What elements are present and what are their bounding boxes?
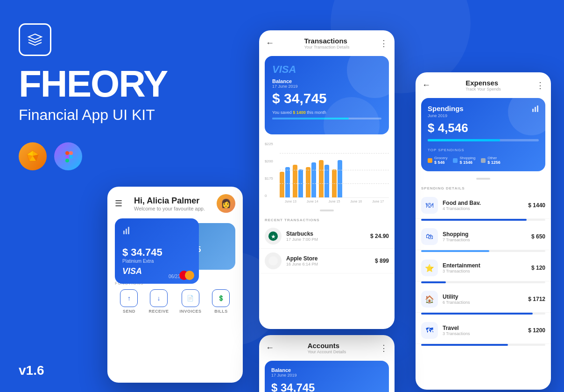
accounts-card: Balance 17 June 2019 $ 34,745	[265, 361, 389, 392]
invoices-function[interactable]: 📄 INVOICES	[179, 289, 201, 314]
accounts-header: ← Accounts Your Account Details ⋮	[259, 335, 395, 357]
entertainment-icon: ⭐	[421, 259, 438, 276]
sketch-icon	[19, 142, 47, 170]
transaction-starbucks[interactable]: ★ Starbucks 17 June 7:00 PM $ 24.90	[259, 224, 395, 249]
phone2-transactions: ← Transactions Your Transaction Details …	[259, 30, 395, 329]
phone3-expenses: ← Expenses Track Your Spends ⋮ Spendings…	[416, 72, 551, 390]
top-spendings-label: TOP SPENDINGS	[428, 148, 539, 152]
brand-subtitle: Financial App UI KIT	[19, 106, 215, 124]
functions-row: ↑ SEND ↓ RECEIVE 📄 INVOICES 💲 BILLS	[115, 289, 235, 314]
card1-amount: $ 34.745	[122, 246, 191, 259]
avatar: 👩	[217, 194, 235, 213]
shopping-name: Shopping	[443, 231, 531, 238]
back-arrow-icon[interactable]: ←	[266, 38, 274, 48]
other-tag: Other $ 1256	[481, 156, 501, 165]
shopping-tag: Shopping $ 1546	[453, 156, 475, 165]
logo-box	[19, 23, 51, 56]
entertainment-txcount: 3 Transactions	[443, 269, 531, 273]
top-spendings-row: Grocery $ 546 Shopping $ 1546 Other $ 12…	[428, 156, 539, 165]
accounts-title: Accounts	[308, 342, 346, 350]
starbucks-icon: ★	[265, 228, 282, 245]
brand-name: FHEORY	[19, 65, 215, 103]
spendings-amount: $ 4,546	[428, 121, 539, 135]
travel-icon: 🗺	[421, 322, 438, 339]
svg-rect-6	[65, 151, 69, 155]
travel-amount: $ 1200	[528, 327, 545, 334]
apple-amount: $ 899	[375, 258, 389, 264]
greeting-name: Hi, Alicia Palmer	[134, 196, 205, 206]
svg-rect-9	[69, 151, 73, 155]
svg-rect-8	[65, 159, 69, 162]
chart-icon	[531, 105, 540, 115]
entertainment-amount: $ 120	[531, 265, 545, 271]
card1-expiry: 06/23	[169, 274, 180, 279]
detail-shopping[interactable]: 🛍 Shopping 7 Transactions $ 650	[416, 224, 551, 250]
transactions-header: ← Transactions Your Transaction Details …	[259, 30, 395, 52]
transaction-apple[interactable]: Apple Store 16 June 6:14 PM $ 899	[259, 249, 395, 273]
hamburger-icon[interactable]: ☰	[115, 198, 122, 209]
spendings-date: June 2019	[428, 113, 539, 118]
chart-area: $225 $200 $175 0	[259, 138, 395, 207]
figma-icon	[54, 142, 82, 170]
chart-x-labels: June 13 June 14 June 15 June 16 June 17	[280, 200, 389, 203]
expenses-back-icon[interactable]: ←	[422, 80, 430, 90]
utility-icon: 🏠	[421, 291, 438, 308]
svg-rect-20	[532, 109, 534, 112]
svg-rect-7	[65, 155, 69, 159]
visa-logo: VISA	[272, 63, 381, 76]
expenses-header: ← Expenses Track Your Spends ⋮	[416, 72, 551, 94]
food-name: Food and Bav.	[443, 200, 528, 206]
svg-rect-22	[537, 105, 538, 112]
transactions-title: Transactions	[304, 37, 349, 45]
accounts-more-icon[interactable]: ⋮	[380, 343, 388, 353]
detail-utility[interactable]: 🏠 Utility 6 Transactions $ 1712	[416, 286, 551, 313]
spending-details-label: SPENDING DETAILS	[416, 182, 551, 192]
accounts-back-icon[interactable]: ←	[266, 343, 274, 353]
accounts-balance-date: 17 June 2019	[271, 373, 382, 378]
expenses-more-icon[interactable]: ⋮	[536, 80, 544, 91]
send-function[interactable]: ↑ SEND	[120, 289, 138, 314]
food-txcount: 4 Transactions	[443, 206, 528, 211]
starbucks-name: Starbucks	[286, 231, 370, 237]
shopping-icon: 🛍	[421, 228, 438, 245]
tool-icons	[19, 142, 215, 170]
visa-card: VISA Balance 17 June 2019 $ 34,745 You s…	[265, 56, 389, 134]
travel-txcount: 3 Transactions	[443, 331, 528, 336]
starbucks-date: 17 June 7:00 PM	[286, 237, 370, 242]
receive-function[interactable]: ↓ RECEIVE	[148, 289, 169, 314]
spendings-card: Spendings June 2019 $ 4,546 TOP SPENDING…	[421, 98, 545, 171]
grocery-tag: Grocery $ 546	[428, 156, 447, 165]
apple-date: 16 June 6:14 PM	[286, 262, 375, 266]
svg-point-10	[69, 155, 73, 159]
shopping-txcount: 7 Transactions	[443, 238, 531, 242]
balance-label: Balance	[272, 78, 381, 84]
svg-text:★: ★	[271, 233, 276, 240]
food-icon: 🍽	[421, 197, 438, 214]
card-chart-icon	[122, 226, 132, 237]
greeting-sub: Welcome to your favourite app.	[134, 206, 205, 211]
starbucks-amount: $ 24.90	[370, 233, 389, 239]
detail-entertainment[interactable]: ⭐ Entertainment 3 Transactions $ 120	[416, 255, 551, 281]
recent-transactions-label: RECENT TRANSACTIONS	[259, 214, 395, 224]
more-options-icon[interactable]: ⋮	[380, 38, 388, 49]
transactions-subtitle: Your Transaction Details	[304, 45, 349, 49]
utility-txcount: 6 Transactions	[443, 300, 528, 305]
chart-y-labels: $225 $200 $175 0	[265, 142, 279, 198]
accounts-subtitle: Your Account Details	[308, 350, 346, 354]
card1-label: Platinium Extra	[122, 259, 191, 264]
expenses-title: Expenses	[465, 79, 501, 87]
phone1-home: ☰ Hi, Alicia Palmer Welcome to your favo…	[107, 187, 243, 383]
detail-travel[interactable]: 🗺 Travel 3 Transactions $ 1200	[416, 317, 551, 344]
food-amount: $ 1440	[528, 202, 545, 209]
expenses-subtitle: Track Your Spends	[465, 87, 501, 91]
accounts-amount: $ 34,745	[271, 381, 382, 392]
balance-date: 17 June 2019	[272, 84, 381, 89]
balance-amount: $ 34,745	[272, 91, 381, 106]
svg-rect-13	[128, 227, 129, 234]
version-text: v1.6	[19, 363, 44, 378]
utility-amount: $ 1712	[528, 296, 545, 302]
apple-icon	[265, 252, 282, 269]
detail-food[interactable]: 🍽 Food and Bav. 4 Transactions $ 1440	[416, 192, 551, 219]
bills-function[interactable]: 💲 BILLS	[212, 289, 230, 314]
savings-amount: $ 1400	[293, 110, 306, 115]
